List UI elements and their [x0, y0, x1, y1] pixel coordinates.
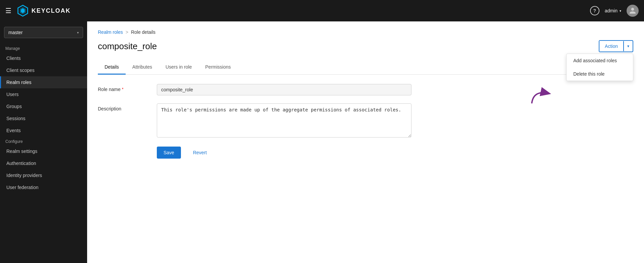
sidebar-item-client-scopes[interactable]: Client scopes	[0, 64, 87, 76]
user-name: admin	[605, 8, 618, 13]
sidebar-item-realm-roles[interactable]: Realm roles	[0, 76, 87, 88]
tabs: Details Attributes Users in role Permiss…	[98, 60, 633, 75]
sidebar-item-user-federation-label: User federation	[6, 185, 39, 190]
sidebar-item-users-label: Users	[6, 92, 19, 97]
role-name-input[interactable]	[157, 84, 411, 95]
add-associated-roles-item[interactable]: Add associated roles	[567, 54, 633, 67]
tab-permissions[interactable]: Permissions	[199, 60, 238, 75]
sidebar-item-events-label: Events	[6, 128, 21, 133]
page-title: composite_role	[98, 41, 157, 52]
avatar[interactable]	[627, 5, 639, 17]
role-name-row: Role name *	[98, 84, 633, 95]
sidebar-item-realm-settings-label: Realm settings	[6, 149, 38, 154]
hamburger-icon[interactable]: ☰	[5, 7, 11, 15]
realm-name: master	[8, 30, 23, 35]
brand-name: KEYCLOAK	[31, 7, 71, 14]
action-button-label[interactable]: Action	[599, 41, 623, 52]
breadcrumb-current: Role details	[131, 29, 155, 35]
main-layout: master ▾ Manage Clients Client scopes Re…	[0, 21, 644, 263]
content-area: Realm roles > Role details composite_rol…	[87, 21, 644, 263]
tab-attributes[interactable]: Attributes	[126, 60, 159, 75]
sidebar-item-sessions-label: Sessions	[6, 116, 25, 121]
description-textarea[interactable]: This role's permissions are made up of t…	[157, 103, 411, 138]
sidebar-item-clients[interactable]: Clients	[0, 52, 87, 64]
configure-section-label: Configure	[0, 137, 87, 145]
tab-users-in-role[interactable]: Users in role	[159, 60, 199, 75]
role-name-required-indicator: *	[122, 87, 124, 92]
sidebar-item-realm-settings[interactable]: Realm settings	[0, 145, 87, 157]
description-row: Description This role's permissions are …	[98, 103, 633, 139]
action-button-chevron-icon[interactable]: ▾	[623, 41, 633, 51]
help-icon[interactable]: ?	[590, 6, 599, 15]
user-menu[interactable]: admin ▾	[605, 8, 621, 13]
tab-details[interactable]: Details	[98, 60, 126, 75]
sidebar-item-groups-label: Groups	[6, 104, 22, 109]
role-name-label: Role name *	[98, 84, 151, 92]
sidebar-item-identity-providers[interactable]: Identity providers	[0, 169, 87, 181]
sidebar-item-authentication-label: Authentication	[6, 161, 36, 166]
sidebar-item-sessions[interactable]: Sessions	[0, 112, 87, 124]
form-buttons: Save Revert	[157, 147, 633, 159]
sidebar-item-groups[interactable]: Groups	[0, 100, 87, 112]
role-name-control	[157, 84, 411, 95]
action-button[interactable]: Action ▾	[599, 40, 633, 52]
action-dropdown-menu: Add associated roles Delete this role	[566, 54, 633, 81]
breadcrumb-realm-roles-link[interactable]: Realm roles	[98, 29, 123, 35]
sidebar: master ▾ Manage Clients Client scopes Re…	[0, 21, 87, 263]
sidebar-item-events[interactable]: Events	[0, 124, 87, 137]
breadcrumb: Realm roles > Role details	[98, 29, 633, 35]
sidebar-item-realm-roles-label: Realm roles	[6, 80, 31, 85]
user-menu-chevron-icon: ▾	[620, 9, 621, 13]
manage-section-label: Manage	[0, 43, 87, 52]
page-header: composite_role Action ▾ Add associated r…	[98, 40, 633, 52]
realm-selector[interactable]: master ▾	[4, 27, 83, 38]
breadcrumb-separator: >	[126, 29, 128, 35]
delete-role-item[interactable]: Delete this role	[567, 67, 633, 81]
keycloak-logo-icon	[17, 5, 29, 17]
save-button[interactable]: Save	[157, 147, 181, 159]
sidebar-item-authentication[interactable]: Authentication	[0, 157, 87, 169]
realm-chevron-icon: ▾	[77, 31, 79, 34]
revert-button[interactable]: Revert	[186, 147, 213, 159]
description-control: This role's permissions are made up of t…	[157, 103, 411, 139]
description-label: Description	[98, 103, 151, 111]
sidebar-item-client-scopes-label: Client scopes	[6, 68, 35, 73]
brand: KEYCLOAK	[17, 5, 71, 17]
sidebar-item-clients-label: Clients	[6, 56, 21, 61]
sidebar-item-identity-providers-label: Identity providers	[6, 173, 42, 178]
action-menu-container: Action ▾ Add associated roles Delete thi…	[599, 40, 633, 52]
sidebar-item-user-federation[interactable]: User federation	[0, 181, 87, 193]
sidebar-item-users[interactable]: Users	[0, 88, 87, 100]
top-navbar: ☰ KEYCLOAK ? admin ▾	[0, 0, 644, 21]
